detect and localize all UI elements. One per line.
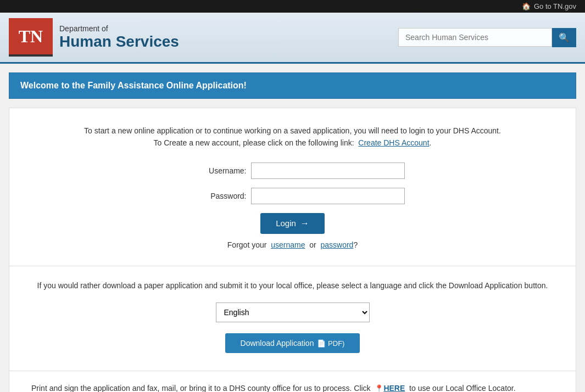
username-input[interactable]: [251, 163, 405, 179]
forgot-username-link[interactable]: username: [271, 240, 305, 249]
language-select[interactable]: English Spanish Arabic Somali Vietnamese: [216, 303, 370, 322]
header-main: TN Department of Human Services 🔍: [0, 13, 585, 62]
search-input[interactable]: [398, 28, 552, 47]
dept-main-label: Human Services: [59, 33, 179, 51]
question-mark: ?: [353, 240, 358, 249]
download-intro-paragraph: If you would rather download a paper app…: [31, 279, 554, 292]
local-office-here-link[interactable]: HERE: [383, 384, 405, 392]
home-icon: 🏠: [522, 2, 531, 10]
dept-of-label: Department of: [59, 24, 179, 33]
download-btn-row: Download Application 📄 PDF): [31, 333, 554, 353]
create-account-link[interactable]: Create DHS Account: [358, 138, 429, 147]
download-application-button[interactable]: Download Application 📄 PDF): [225, 333, 360, 353]
password-input[interactable]: [251, 188, 405, 204]
welcome-text: Welcome to the Family Assistance Online …: [20, 81, 247, 90]
footer-card: Print and sign the application and fax, …: [9, 371, 576, 392]
search-button[interactable]: 🔍: [552, 28, 576, 47]
goto-tn-link[interactable]: Go to TN.gov: [534, 2, 576, 10]
period: .: [430, 138, 432, 147]
download-card: If you would rather download a paper app…: [9, 266, 576, 371]
username-group: Username:: [31, 163, 554, 179]
download-intro-text: If you would rather download a paper app…: [31, 279, 554, 292]
login-button-label: Login: [276, 219, 296, 228]
download-button-label: Download Application: [241, 339, 314, 348]
page-content: Welcome to the Family Assistance Online …: [0, 64, 585, 392]
map-pin-icon: [375, 384, 383, 392]
footer-line1-suffix: to use our Local Office Locator.: [409, 384, 516, 392]
password-group: Password:: [31, 188, 554, 204]
login-button[interactable]: Login: [260, 213, 325, 234]
forgot-prefix: Forgot your: [227, 240, 267, 249]
username-label: Username:: [181, 166, 247, 175]
pdf-icon: 📄 PDF): [317, 339, 344, 348]
search-area: 🔍: [398, 28, 576, 47]
department-name: Department of Human Services: [53, 20, 186, 55]
forgot-password-link[interactable]: password: [320, 240, 353, 249]
footer-line1-prefix: Print and sign the application and fax, …: [31, 384, 371, 392]
language-select-row: English Spanish Arabic Somali Vietnamese: [31, 303, 554, 322]
intro-text: To start a new online application or to …: [31, 125, 554, 149]
password-label: Password:: [181, 192, 247, 200]
pdf-label: PDF): [328, 339, 344, 348]
forgot-row: Forgot your username or password?: [31, 240, 554, 249]
welcome-banner: Welcome to the Family Assistance Online …: [9, 72, 576, 99]
tn-logo: TN: [9, 18, 53, 57]
top-bar: 🏠 Go to TN.gov: [0, 0, 585, 13]
login-btn-row: Login: [31, 213, 554, 234]
logo-area: TN Department of Human Services: [9, 18, 186, 57]
login-card: To start a new online application or to …: [9, 108, 576, 266]
footer-line1: Print and sign the application and fax, …: [31, 382, 554, 392]
or-text: or: [309, 240, 316, 249]
site-header: 🏠 Go to TN.gov TN Department of Human Se…: [0, 0, 585, 64]
intro-line2: To Create a new account, please click on…: [154, 138, 354, 147]
arrow-right-icon: [300, 219, 309, 228]
intro-line1: To start a new online application or to …: [84, 126, 501, 135]
